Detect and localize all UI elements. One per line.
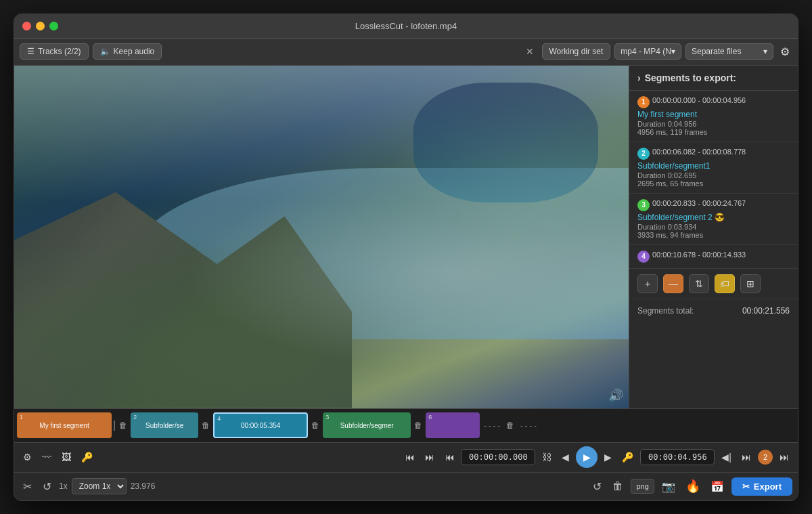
segment-item-3[interactable]: 3 00:00:20.833 - 00:00:24.767 Subfolder/…	[629, 194, 798, 245]
toolbar: ☰ Tracks (2/2) 🔈 Keep audio ✕ Working di…	[14, 39, 798, 66]
format-button[interactable]: mp4 - MP4 (N▾	[614, 43, 681, 60]
fast-forward-btn[interactable]: ▶	[601, 449, 615, 465]
timeline-seg-label-3: Subfolder/segmer	[338, 422, 397, 429]
play-button[interactable]: ▶	[576, 446, 597, 468]
segment-frames-3: 3933 ms, 94 frames	[637, 231, 790, 239]
segment-time-1: 00:00:00.000 - 00:00:04.956	[652, 96, 746, 104]
photo-btn[interactable]: 🖼	[58, 449, 74, 465]
segment-actions: + — ⇅ 🏷 ⊞	[629, 269, 798, 299]
segment-badge-3: 3	[637, 199, 650, 211]
timeline-segment-3[interactable]: 3 Subfolder/segmer	[323, 412, 411, 438]
tag-segment-button[interactable]: 🏷	[715, 274, 735, 293]
audio-button[interactable]: 🔈 Keep audio	[93, 43, 162, 60]
window-title: LosslessCut - lofoten.mp4	[355, 21, 457, 31]
export-button[interactable]: ✂ Export	[731, 477, 792, 496]
capture-format-btn[interactable]: png	[631, 479, 654, 494]
prev-frame-btn[interactable]: ⏭	[422, 449, 438, 465]
segment-time-3: 00:00:20.833 - 00:00:24.767	[652, 199, 746, 207]
chevron-right-icon: ›	[637, 72, 641, 83]
time-end-display[interactable]: 00:00:04.956	[640, 449, 715, 465]
scissors-icon: ✂	[742, 481, 750, 492]
timeline-delete-6[interactable]: 🗑	[504, 421, 516, 430]
segment-number-badge-ctrl[interactable]: 2	[758, 450, 773, 465]
segments-header: › Segments to export:	[629, 66, 798, 91]
chevron-down-icon: ▾	[763, 47, 767, 56]
timeline-segment-6[interactable]: 6	[426, 412, 480, 438]
title-bar: LosslessCut - lofoten.mp4	[14, 14, 798, 39]
controls-bar: ⚙ 〰 🖼 🔑 ⏮ ⏭ ⏭ 00:00:00.000 ⛓ ◀ ▶ ▶ 🔑 00:…	[14, 442, 798, 472]
close-traffic-light[interactable]	[22, 22, 31, 30]
timeline: 1 My first segment | 🗑 2 Subfolder/se 🗑 …	[14, 408, 798, 442]
swap-segments-button[interactable]: ⇅	[689, 274, 709, 293]
mark-in-btn[interactable]: ⏭	[441, 449, 457, 465]
segment-badge-2: 2	[637, 148, 650, 160]
segment-item-4[interactable]: 4 00:00:10.678 - 00:00:14.933	[629, 245, 798, 269]
working-dir-button[interactable]: Working dir set	[542, 43, 611, 60]
timeline-segment-4[interactable]: 4 00:00:05.354	[213, 412, 308, 438]
timeline-delete-3[interactable]: 🗑	[412, 421, 424, 430]
segment-time-4: 00:00:10.678 - 00:00:14.933	[652, 251, 746, 259]
output-mode-button[interactable]: Separate files ▾	[685, 43, 773, 60]
segment-frames-1: 4956 ms, 119 frames	[637, 128, 790, 136]
key-out-btn[interactable]: 🔑	[618, 449, 637, 465]
zoom-select[interactable]: Zoom 1x Zoom 2x Zoom 4x	[72, 478, 127, 494]
timeline-handle-1[interactable]: |	[113, 419, 116, 431]
flame-btn[interactable]: 🔥	[683, 477, 703, 496]
timeline-seg-number-1: 1	[20, 414, 23, 421]
minimize-traffic-light[interactable]	[36, 22, 45, 30]
remove-segment-button[interactable]: —	[663, 274, 683, 293]
next-keyframe-btn[interactable]: ⏭	[738, 449, 754, 465]
audio-icon: 🔈	[100, 47, 110, 56]
working-dir-close[interactable]: ✕	[522, 45, 538, 58]
key-btn[interactable]: 🔑	[78, 449, 96, 465]
delete-btn[interactable]: 🗑	[609, 478, 627, 494]
settings-icon-btn[interactable]: ⚙	[20, 449, 35, 465]
calendar-btn[interactable]: 📅	[707, 478, 727, 495]
segments-panel: › Segments to export: 1 00:00:00.000 - 0…	[629, 66, 798, 408]
timeline-delete-4[interactable]: 🗑	[309, 421, 321, 430]
timeline-segment-2[interactable]: 2 Subfolder/se	[131, 412, 198, 438]
settings-button[interactable]: ⚙	[777, 43, 792, 61]
segment-name-1: My first segment	[637, 110, 790, 119]
segment-name-3: Subfolder/segment 2 😎	[637, 213, 790, 222]
ripple-btn[interactable]: ✂	[20, 478, 35, 495]
list-icon: ☰	[27, 47, 35, 56]
video-preview	[14, 66, 629, 408]
loop2-btn[interactable]: ↺	[589, 478, 605, 495]
maximize-traffic-light[interactable]	[49, 22, 58, 30]
tracks-button[interactable]: ☰ Tracks (2/2)	[20, 43, 89, 60]
timeline-segment-1[interactable]: 1 My first segment	[17, 412, 112, 438]
skip-start-btn[interactable]: ⏮	[402, 449, 418, 465]
split-segment-button[interactable]: ⊞	[740, 274, 761, 293]
time-start-display[interactable]: 00:00:00.000	[461, 449, 535, 465]
mark-out-btn[interactable]: ◀|	[718, 449, 735, 465]
timeline-seg-label-4: 00:00:05.354	[238, 422, 283, 429]
segment-item-1[interactable]: 1 00:00:00.000 - 00:00:04.956 My first s…	[629, 91, 798, 142]
video-area: 🔊	[14, 66, 629, 408]
segment-frames-2: 2695 ms, 65 frames	[637, 179, 790, 188]
segment-duration-1: Duration 0:04.956	[637, 120, 790, 128]
link-btn[interactable]: ⛓	[539, 449, 555, 465]
fps-display: 23.976	[131, 481, 156, 491]
timeline-seg-label-2: Subfolder/se	[143, 422, 186, 429]
timeline-seg-label-1: My first segment	[37, 422, 91, 429]
volume-icon[interactable]: 🔊	[608, 388, 623, 403]
skip-end-btn[interactable]: ⏭	[776, 449, 792, 465]
loop-btn[interactable]: ↺	[39, 478, 55, 495]
add-segment-button[interactable]: +	[637, 274, 658, 293]
timeline-delete-1[interactable]: 🗑	[117, 421, 129, 430]
segment-duration-3: Duration 0:03.934	[637, 223, 790, 231]
rewind-btn[interactable]: ◀	[558, 449, 572, 465]
timeline-dashes: - - - -	[481, 421, 503, 429]
segment-badge-4: 4	[637, 251, 650, 263]
waveform-btn[interactable]: 〰	[39, 449, 55, 465]
segment-item-2[interactable]: 2 00:00:06.082 - 00:00:08.778 Subfolder/…	[629, 142, 798, 194]
camera-btn[interactable]: 📷	[658, 478, 679, 495]
segment-time-2: 00:00:06.082 - 00:00:08.778	[652, 148, 746, 156]
main-content: 🔊 › Segments to export: 1 00:00:00.000 -…	[14, 66, 798, 408]
timeline-delete-2[interactable]: 🗑	[200, 421, 212, 430]
segments-total-value: 00:00:21.556	[742, 306, 790, 316]
segment-name-2: Subfolder/segment1	[637, 161, 790, 171]
traffic-lights	[22, 22, 58, 30]
timeline-dashes-2: - - - -	[518, 421, 539, 429]
